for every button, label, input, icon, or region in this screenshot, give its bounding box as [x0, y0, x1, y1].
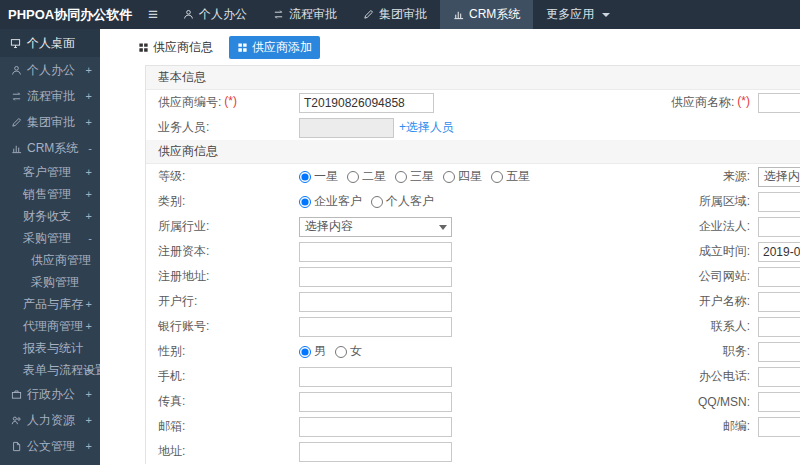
company-website-input[interactable] [758, 267, 800, 287]
registered-address-input[interactable] [299, 267, 452, 287]
category-radio-1[interactable] [371, 196, 383, 208]
field-label: 供应商编号: [158, 94, 221, 111]
sidebar-item-supplier-mgmt[interactable]: 供应商管理 [0, 249, 100, 271]
sidebar-item-reports-stats[interactable]: 报表与统计 [0, 337, 100, 359]
tab-supplier-add[interactable]: 供应商添加 [229, 36, 320, 59]
sidebar-item-personal-office[interactable]: 个人办公 + [0, 57, 100, 83]
form-row: 开户行: 开户名称: [146, 289, 800, 314]
select-staff-link[interactable]: +选择人员 [399, 119, 454, 136]
industry-select[interactable]: 选择内容 [299, 217, 452, 237]
field-label: 成立时间: [699, 243, 750, 260]
postcode-input[interactable] [758, 417, 800, 437]
field-label: 手机: [158, 368, 185, 385]
desktop-icon [10, 38, 21, 49]
field-label: 联系人: [711, 318, 750, 335]
sidebar-item-group-approval[interactable]: 集团审批 + [0, 109, 100, 135]
account-name-input[interactable] [758, 292, 800, 312]
form-row: 注册资本: 成立时间: [146, 239, 800, 264]
expand-icon: + [86, 440, 92, 452]
bank-account-input[interactable] [299, 317, 452, 337]
form-row: 传真: QQ/MSN: [146, 389, 800, 414]
sales-staff-input[interactable] [299, 118, 394, 138]
expand-icon: + [86, 116, 92, 128]
topmenu-group-approval[interactable]: 集团审批 [350, 0, 440, 29]
sidebar-item-hr[interactable]: 人力资源 + [0, 407, 100, 433]
topmenu-label: 个人办公 [199, 6, 247, 23]
category-radio-0[interactable] [299, 196, 311, 208]
topmenu-label: 更多应用 [546, 6, 594, 23]
legal-person-input[interactable] [758, 217, 800, 237]
sidebar-item-admin-office[interactable]: 行政办公 + [0, 381, 100, 407]
field-label: 所属行业: [158, 218, 209, 235]
required-marker: (*) [224, 94, 237, 111]
level-radio-0[interactable] [299, 171, 311, 183]
contact-person-input[interactable] [758, 317, 800, 337]
sidebar-item-process-approval[interactable]: 流程审批 + [0, 83, 100, 109]
form-panel: 基本信息 供应商编号: (*) 供应商名称: (*) [145, 65, 800, 464]
registered-capital-input[interactable] [299, 242, 452, 262]
sidebar-item-purchase-mgmt[interactable]: 采购管理 - [0, 227, 100, 249]
required-marker: (*) [737, 94, 750, 111]
top-menu: 个人办公 流程审批 集团审批 CRM系统 更多应用 [170, 0, 623, 29]
supplier-code-input[interactable] [299, 93, 434, 113]
field-label: 邮编: [723, 418, 750, 435]
form-row: 供应商编号: (*) 供应商名称: (*) [146, 90, 800, 115]
sidebar-item-procurement-mgmt[interactable]: 采购管理 [0, 271, 100, 293]
sidebar-item-product-inventory[interactable]: 产品与库存 + [0, 293, 100, 315]
menu-toggle-icon[interactable] [136, 0, 170, 29]
main-content: 供应商信息 供应商添加 基本信息 供应商编号: (*) [100, 29, 800, 465]
caret-down-icon [602, 13, 610, 17]
field-label: 等级: [158, 168, 185, 185]
sidebar-item-finance[interactable]: 财务收支 + [0, 205, 100, 227]
sidebar-item-crm-system[interactable]: CRM系统 - [0, 135, 100, 161]
expand-icon: + [86, 166, 92, 178]
sidebar-menu: 个人办公 + 流程审批 + 集团审批 + CRM系统 - 客户管理 + [0, 57, 100, 465]
field-label: 传真: [158, 393, 185, 410]
email-input[interactable] [299, 417, 452, 437]
region-input[interactable] [758, 192, 800, 212]
supplier-name-input[interactable] [758, 93, 800, 113]
expand-icon: + [86, 210, 92, 222]
qq-msn-input[interactable] [758, 392, 800, 412]
app-logo: PHPOA协同办公软件 [0, 0, 136, 29]
address-input[interactable] [299, 442, 452, 462]
category-radio-group: 企业客户 个人客户 [299, 193, 443, 210]
level-radio-2[interactable] [395, 171, 407, 183]
sidebar-item-sales-mgmt[interactable]: 销售管理 + [0, 183, 100, 205]
topmenu-label: 流程审批 [289, 6, 337, 23]
level-radio-1[interactable] [347, 171, 359, 183]
level-radio-4[interactable] [491, 171, 503, 183]
source-select[interactable]: 选择内容 [758, 167, 800, 187]
level-radio-3[interactable] [443, 171, 455, 183]
topmenu-label: CRM系统 [469, 6, 520, 23]
field-label: QQ/MSN: [698, 395, 750, 409]
field-label: 办公电话: [699, 368, 750, 385]
sidebar-item-document-mgmt[interactable]: 公文管理 + [0, 433, 100, 459]
sidebar-item-personal-desktop[interactable]: 个人桌面 [0, 29, 100, 57]
field-label: 业务人员: [158, 119, 209, 136]
topmenu-personal-office[interactable]: 个人办公 [170, 0, 260, 29]
bank-input[interactable] [299, 292, 452, 312]
sidebar-item-form-flow-settings[interactable]: 表单与流程设置 + [0, 359, 100, 381]
fax-input[interactable] [299, 392, 452, 412]
sidebar-item-agent-mgmt[interactable]: 代理商管理 + [0, 315, 100, 337]
briefcase-icon [11, 389, 22, 400]
tab-supplier-info[interactable]: 供应商信息 [130, 36, 221, 59]
gender-radio-1[interactable] [335, 346, 347, 358]
section-header-supplier-info: 供应商信息 [146, 140, 800, 164]
office-phone-input[interactable] [758, 367, 800, 387]
topmenu-crm-system[interactable]: CRM系统 [440, 0, 533, 29]
sidebar-item-customer-mgmt[interactable]: 客户管理 + [0, 161, 100, 183]
form-row: 业务人员: +选择人员 [146, 115, 800, 140]
form-row: 邮箱: 邮编: [146, 414, 800, 439]
position-input[interactable] [758, 342, 800, 362]
established-date-input[interactable] [758, 242, 800, 262]
sidebar-item-vehicle-mgmt[interactable]: 用车管理 + [0, 459, 100, 465]
gender-radio-0[interactable] [299, 346, 311, 358]
section-header-basic-info: 基本信息 [146, 66, 800, 90]
topmenu-process-approval[interactable]: 流程审批 [260, 0, 350, 29]
mobile-input[interactable] [299, 367, 452, 387]
topmenu-more-apps[interactable]: 更多应用 [533, 0, 623, 29]
chart-icon [11, 143, 22, 154]
field-label: 开户名称: [699, 293, 750, 310]
